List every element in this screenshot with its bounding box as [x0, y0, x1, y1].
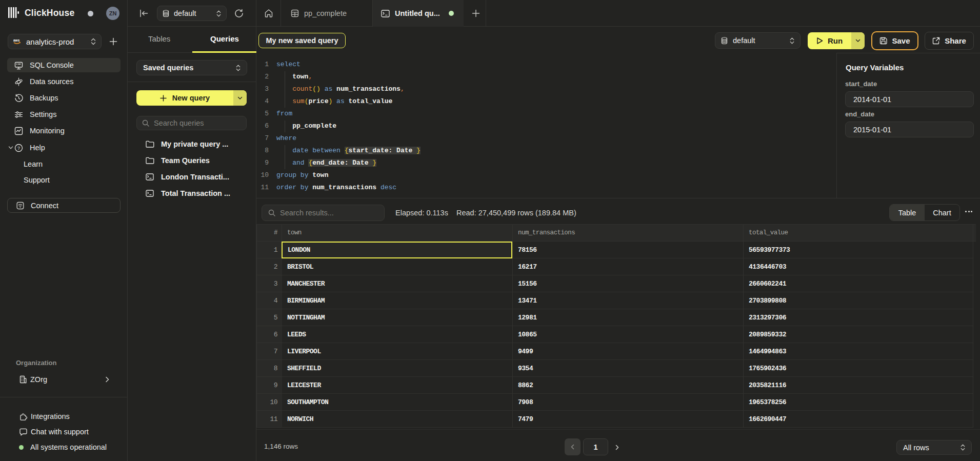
svg-text:aws: aws: [13, 38, 20, 42]
svg-text:?: ?: [17, 145, 20, 150]
